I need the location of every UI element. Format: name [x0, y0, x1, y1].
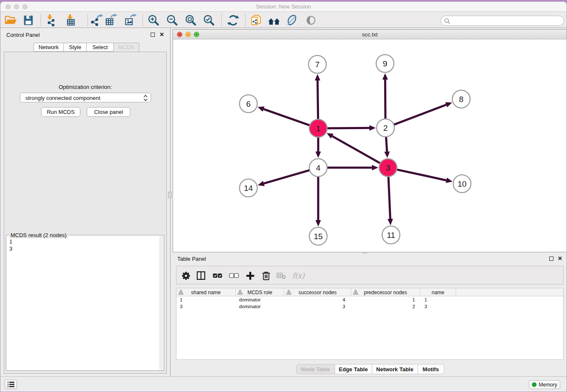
- delete-icon[interactable]: [259, 269, 273, 282]
- zoom-in-icon[interactable]: [147, 14, 160, 27]
- table-cell: 4: [284, 296, 351, 303]
- network-canvas[interactable]: 7968124314101511: [173, 40, 567, 252]
- export-table-icon[interactable]: [105, 14, 118, 27]
- memory-button[interactable]: Memory: [529, 380, 560, 389]
- graph-node-label: 7: [315, 60, 320, 69]
- delete-table-icon: [275, 269, 288, 282]
- graph-node-label: 9: [383, 59, 388, 68]
- optimization-label: Optimization criterion:: [4, 84, 166, 90]
- graph-edge-3-10[interactable]: [396, 169, 446, 180]
- control-panel: Control Panel ✕ NetworkStyleSelectMCDS O…: [0, 28, 171, 376]
- close-panel-icon[interactable]: ✕: [160, 32, 164, 37]
- table-cell: 3: [284, 303, 351, 310]
- tab-node-table[interactable]: Node Table: [296, 364, 335, 374]
- graph-edge-1-2[interactable]: [326, 128, 369, 128]
- column-header-successor-nodes[interactable]: successor nodes: [284, 288, 351, 296]
- table-row[interactable]: 3dominator323: [176, 303, 563, 310]
- column-header-predecessor-nodes[interactable]: predecessor nodes: [351, 288, 420, 296]
- edge-arrow-icon: [258, 181, 264, 186]
- column-header-shared-name[interactable]: shared name: [176, 288, 236, 296]
- refresh-layout-icon[interactable]: [226, 14, 240, 27]
- tab-select[interactable]: Select: [87, 43, 114, 52]
- zoom-out-icon[interactable]: [165, 14, 179, 27]
- float-panel-icon[interactable]: [151, 33, 155, 37]
- ndex-icon[interactable]: [267, 14, 281, 27]
- memory-status-icon: [532, 382, 537, 387]
- save-session-icon[interactable]: [22, 14, 35, 27]
- optimization-select[interactable]: strongly connected component: [20, 93, 151, 102]
- export-network-icon[interactable]: [90, 14, 104, 27]
- style-icon[interactable]: [285, 14, 298, 27]
- graph-edge-3-11[interactable]: [388, 175, 391, 219]
- table-row[interactable]: 1dominator411: [176, 296, 563, 303]
- table-float-icon[interactable]: [549, 257, 553, 261]
- add-column-icon[interactable]: [243, 269, 257, 282]
- graph-edge-1-6[interactable]: [264, 109, 311, 126]
- table-cell: 1: [420, 296, 456, 303]
- gear-icon[interactable]: [179, 269, 193, 282]
- graph-node-label: 6: [246, 99, 251, 108]
- run-mcds-button[interactable]: Run MCDS: [41, 107, 80, 117]
- graph-node-label: 11: [387, 231, 395, 240]
- tab-edge-table[interactable]: Edge Table: [335, 364, 372, 374]
- close-panel-button[interactable]: Close panel: [87, 107, 130, 117]
- window-title: Session: New Session: [0, 3, 567, 10]
- columns-icon[interactable]: [194, 269, 208, 282]
- graph-edge-2-8[interactable]: [393, 105, 446, 125]
- control-panel-tabs: NetworkStyleSelectMCDS: [33, 43, 139, 52]
- table-cell: 1: [176, 296, 236, 303]
- network-window-title: scc.txt: [173, 31, 567, 38]
- edge-arrow-icon: [446, 178, 452, 183]
- node-table[interactable]: shared nameMCDS rolesuccessor nodesprede…: [176, 288, 564, 360]
- title-bar: Session: New Session: [0, 2, 567, 12]
- table-header: shared nameMCDS rolesuccessor nodesprede…: [176, 288, 563, 296]
- tab-style[interactable]: Style: [64, 43, 87, 52]
- edge-arrow-icon: [372, 165, 378, 171]
- table-close-icon[interactable]: ✕: [558, 256, 562, 261]
- graph-edge-3-1[interactable]: [332, 136, 381, 164]
- search-box: [440, 16, 564, 26]
- graph-edge-1-7[interactable]: [318, 80, 318, 121]
- app-window: Session: New Session: [0, 2, 567, 392]
- import-network-icon[interactable]: [44, 14, 57, 27]
- open-session-icon[interactable]: [4, 14, 17, 27]
- import-table-icon[interactable]: [64, 14, 77, 27]
- result-scrollbar[interactable]: [160, 236, 163, 370]
- function-builder-icon: f(x): [290, 269, 307, 282]
- edge-arrow-icon: [258, 106, 264, 111]
- table-tabs: Node TableEdge TableNetwork TableMotifs: [173, 364, 567, 374]
- eye-icon[interactable]: [304, 14, 318, 27]
- tab-network[interactable]: Network: [33, 43, 64, 52]
- select-stepper-icon: [143, 94, 148, 102]
- graph-node-label: 15: [314, 232, 322, 241]
- table-cell: 2: [351, 303, 420, 310]
- graph-edge-4-14[interactable]: [264, 170, 311, 183]
- zoom-fit-icon[interactable]: [184, 14, 198, 27]
- zoom-selected-icon[interactable]: [202, 14, 216, 27]
- table-cell: dominator: [236, 303, 284, 310]
- column-header-MCDS-role[interactable]: MCDS role: [236, 288, 284, 296]
- table-cell: dominator: [236, 296, 284, 303]
- network-window-titlebar[interactable]: ✕ − + scc.txt: [173, 30, 567, 39]
- graph-edge-2-9[interactable]: [385, 80, 385, 120]
- deselect-all-icon[interactable]: [227, 269, 241, 282]
- export-image-icon[interactable]: [124, 14, 138, 27]
- graph-edge-2-3[interactable]: [386, 135, 387, 152]
- tab-mcds[interactable]: MCDS: [114, 43, 139, 52]
- search-input[interactable]: [452, 17, 560, 25]
- edge-arrow-icon: [445, 102, 452, 107]
- panel-divider-handle[interactable]: [168, 192, 172, 198]
- network-copy-icon[interactable]: [249, 14, 263, 27]
- mcds-result-legend: MCDS result (2 nodes): [9, 232, 68, 238]
- edge-arrow-icon: [316, 152, 321, 158]
- control-panel-title: Control Panel: [6, 32, 40, 38]
- graph-node-label: 8: [459, 95, 464, 104]
- tab-motifs[interactable]: Motifs: [418, 364, 444, 374]
- edge-arrow-icon: [383, 73, 388, 80]
- column-header-name[interactable]: name: [420, 288, 456, 296]
- task-history-button[interactable]: [5, 380, 17, 389]
- select-all-icon[interactable]: [211, 269, 224, 282]
- graph-node-label: 14: [244, 184, 253, 193]
- mcds-result-text[interactable]: 1 3: [9, 238, 12, 252]
- tab-network-table[interactable]: Network Table: [372, 364, 418, 374]
